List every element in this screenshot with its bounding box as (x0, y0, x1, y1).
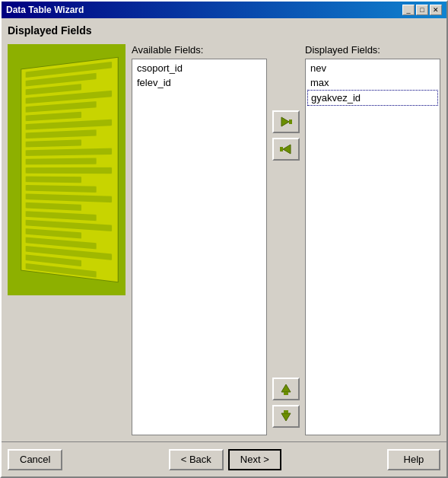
wizard-illustration (8, 44, 126, 295)
form-line-17 (25, 211, 96, 221)
svg-rect-1 (289, 120, 292, 124)
svg-marker-0 (281, 117, 289, 126)
arrow-up-icon (278, 381, 294, 397)
move-down-button[interactable] (272, 405, 300, 428)
displayed-field-max[interactable]: max (307, 75, 438, 90)
available-fields-list: csoport_id felev_id (132, 59, 267, 435)
displayed-fields-list: nev max gyakvez_id (305, 59, 440, 435)
form-line-14 (25, 185, 96, 193)
svg-marker-6 (281, 413, 291, 421)
cancel-button[interactable]: Cancel (8, 449, 62, 470)
maximize-button[interactable]: □ (416, 5, 428, 15)
svg-rect-5 (284, 392, 288, 395)
displayed-field-gyakvez_id[interactable]: gyakvez_id (307, 90, 438, 106)
form-line-7 (25, 120, 112, 130)
displayed-fields-label: Displayed Fields: (305, 44, 440, 56)
svg-rect-3 (280, 147, 283, 151)
displayed-fields-panel: Displayed Fields: nev max gyakvez_id (305, 44, 440, 435)
window-title: Data Table Wizard (6, 5, 84, 15)
section-header: Displayed Fields (8, 24, 440, 37)
form-line-10 (25, 148, 112, 156)
form-line-11 (25, 158, 96, 164)
available-fields-label: Available Fields: (132, 44, 267, 56)
svg-marker-4 (281, 384, 291, 392)
back-button[interactable]: < Back (169, 449, 224, 470)
arrow-right-icon (278, 114, 294, 129)
arrow-left-icon (278, 142, 294, 157)
form-line-12 (25, 167, 112, 174)
title-bar: Data Table Wizard _ □ ✕ (2, 2, 446, 18)
form-line-23 (25, 263, 96, 278)
form-line-9 (25, 139, 81, 147)
arrow-down-icon (278, 409, 294, 424)
minimize-button[interactable]: _ (402, 5, 415, 15)
available-field-felev_id[interactable]: felev_id (134, 75, 265, 90)
form-graphic (21, 57, 118, 283)
transfer-buttons (267, 44, 305, 435)
content-area: Displayed Fields (2, 18, 446, 441)
title-bar-controls: _ □ ✕ (402, 5, 442, 15)
help-button[interactable]: Help (387, 449, 440, 470)
svg-marker-2 (283, 145, 291, 154)
form-line-13 (25, 177, 81, 183)
form-line-16 (25, 202, 81, 211)
close-button[interactable]: ✕ (430, 5, 442, 15)
add-field-button[interactable] (272, 110, 300, 133)
footer-center-buttons: < Back Next > (169, 449, 281, 470)
displayed-field-nev[interactable]: nev (307, 61, 438, 75)
svg-rect-7 (284, 410, 288, 413)
next-button[interactable]: Next > (228, 449, 281, 470)
form-line-8 (25, 129, 96, 139)
main-panel: Available Fields: csoport_id felev_id (8, 44, 440, 435)
wizard-window: Data Table Wizard _ □ ✕ Displayed Fields (0, 0, 448, 478)
move-up-button[interactable] (272, 378, 300, 400)
form-line-15 (25, 193, 112, 202)
remove-field-button[interactable] (272, 138, 300, 161)
available-fields-panel: Available Fields: csoport_id felev_id (132, 44, 267, 435)
available-field-csoport_id[interactable]: csoport_id (134, 61, 265, 75)
footer: Cancel < Back Next > Help (2, 441, 446, 476)
form-line-6 (25, 112, 81, 121)
